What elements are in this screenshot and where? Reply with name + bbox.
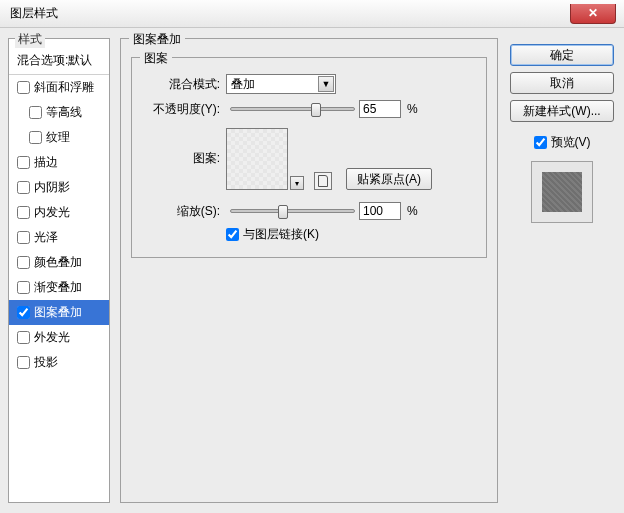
new-style-label: 新建样式(W)... <box>523 103 600 120</box>
style-item-label: 内发光 <box>34 204 70 221</box>
snap-origin-label: 贴紧原点(A) <box>357 171 421 188</box>
blend-options-label: 混合选项:默认 <box>17 52 92 69</box>
blend-mode-label: 混合模式: <box>144 76 220 93</box>
outer-legend: 图案叠加 <box>129 31 185 48</box>
style-item-label: 斜面和浮雕 <box>34 79 94 96</box>
blend-options-item[interactable]: 混合选项:默认 <box>9 47 109 75</box>
style-item-label: 渐变叠加 <box>34 279 82 296</box>
opacity-row: 不透明度(Y): % <box>144 100 474 118</box>
close-icon: ✕ <box>588 6 598 20</box>
style-item-label: 图案叠加 <box>34 304 82 321</box>
inner-legend: 图案 <box>140 50 172 67</box>
scale-thumb[interactable] <box>278 205 288 219</box>
style-checkbox[interactable] <box>17 231 30 244</box>
style-item-1[interactable]: 等高线 <box>9 100 109 125</box>
style-checkbox[interactable] <box>17 331 30 344</box>
pattern-group: 图案 混合模式: 叠加 ▼ 不透明度(Y): % <box>131 57 487 258</box>
scale-unit: % <box>407 204 418 218</box>
styles-list-panel: 样式 混合选项:默认 斜面和浮雕等高线纹理描边内阴影内发光光泽颜色叠加渐变叠加图… <box>8 38 110 503</box>
ok-label: 确定 <box>550 47 574 64</box>
style-item-6[interactable]: 光泽 <box>9 225 109 250</box>
style-item-label: 描边 <box>34 154 58 171</box>
style-item-2[interactable]: 纹理 <box>9 125 109 150</box>
style-item-0[interactable]: 斜面和浮雕 <box>9 75 109 100</box>
style-item-3[interactable]: 描边 <box>9 150 109 175</box>
snap-origin-button[interactable]: 贴紧原点(A) <box>346 168 432 190</box>
styles-list: 混合选项:默认 斜面和浮雕等高线纹理描边内阴影内发光光泽颜色叠加渐变叠加图案叠加… <box>9 47 109 375</box>
preview-checkbox[interactable] <box>534 136 547 149</box>
link-with-layer-checkbox[interactable] <box>226 228 239 241</box>
style-item-5[interactable]: 内发光 <box>9 200 109 225</box>
cancel-button[interactable]: 取消 <box>510 72 614 94</box>
opacity-label: 不透明度(Y): <box>144 101 220 118</box>
style-item-4[interactable]: 内阴影 <box>9 175 109 200</box>
style-checkbox[interactable] <box>17 256 30 269</box>
style-item-label: 纹理 <box>46 129 70 146</box>
style-checkbox[interactable] <box>17 156 30 169</box>
style-checkbox[interactable] <box>29 131 42 144</box>
cancel-label: 取消 <box>550 75 574 92</box>
scale-label: 缩放(S): <box>144 203 220 220</box>
style-item-9[interactable]: 图案叠加 <box>9 300 109 325</box>
pattern-label: 图案: <box>144 150 220 167</box>
preview-texture <box>542 172 582 212</box>
new-preset-icon[interactable] <box>314 172 332 190</box>
pattern-swatch[interactable] <box>226 128 288 190</box>
pattern-row: 图案: ▾ 贴紧原点(A) <box>144 128 474 190</box>
chevron-down-icon: ▼ <box>318 76 334 92</box>
blend-mode-dropdown[interactable]: 叠加 ▼ <box>226 74 336 94</box>
scale-slider[interactable] <box>230 209 355 213</box>
opacity-slider[interactable] <box>230 107 355 111</box>
dialog-content: 样式 混合选项:默认 斜面和浮雕等高线纹理描边内阴影内发光光泽颜色叠加渐变叠加图… <box>0 28 624 513</box>
style-item-7[interactable]: 颜色叠加 <box>9 250 109 275</box>
style-item-label: 内阴影 <box>34 179 70 196</box>
style-item-label: 外发光 <box>34 329 70 346</box>
action-panel: 确定 取消 新建样式(W)... 预览(V) <box>498 38 616 503</box>
titlebar: 图层样式 ✕ <box>0 0 624 28</box>
blend-mode-value: 叠加 <box>231 76 255 93</box>
pattern-overlay-group: 图案叠加 图案 混合模式: 叠加 ▼ 不透明度(Y): % <box>120 38 498 503</box>
link-with-layer-row: 与图层链接(K) <box>226 226 474 243</box>
style-item-label: 等高线 <box>46 104 82 121</box>
style-checkbox[interactable] <box>17 206 30 219</box>
style-item-label: 投影 <box>34 354 58 371</box>
preview-label: 预览(V) <box>551 134 591 151</box>
preview-row: 预览(V) <box>534 134 591 151</box>
style-item-10[interactable]: 外发光 <box>9 325 109 350</box>
styles-group-label: 样式 <box>15 31 45 48</box>
style-checkbox[interactable] <box>17 281 30 294</box>
new-style-button[interactable]: 新建样式(W)... <box>510 100 614 122</box>
scale-input[interactable] <box>359 202 401 220</box>
ok-button[interactable]: 确定 <box>510 44 614 66</box>
settings-panel: 图案叠加 图案 混合模式: 叠加 ▼ 不透明度(Y): % <box>110 38 498 503</box>
style-item-11[interactable]: 投影 <box>9 350 109 375</box>
opacity-input[interactable] <box>359 100 401 118</box>
close-button[interactable]: ✕ <box>570 4 616 24</box>
pattern-picker-arrow[interactable]: ▾ <box>290 176 304 190</box>
opacity-thumb[interactable] <box>311 103 321 117</box>
link-with-layer-label: 与图层链接(K) <box>243 226 319 243</box>
style-checkbox[interactable] <box>17 181 30 194</box>
style-checkbox[interactable] <box>17 356 30 369</box>
blend-mode-row: 混合模式: 叠加 ▼ <box>144 74 474 94</box>
style-item-label: 颜色叠加 <box>34 254 82 271</box>
scale-row: 缩放(S): % <box>144 202 474 220</box>
style-item-8[interactable]: 渐变叠加 <box>9 275 109 300</box>
style-checkbox[interactable] <box>17 81 30 94</box>
opacity-unit: % <box>407 102 418 116</box>
window-title: 图层样式 <box>10 5 58 22</box>
style-item-label: 光泽 <box>34 229 58 246</box>
style-checkbox[interactable] <box>29 106 42 119</box>
preview-swatch-box <box>531 161 593 223</box>
style-checkbox[interactable] <box>17 306 30 319</box>
